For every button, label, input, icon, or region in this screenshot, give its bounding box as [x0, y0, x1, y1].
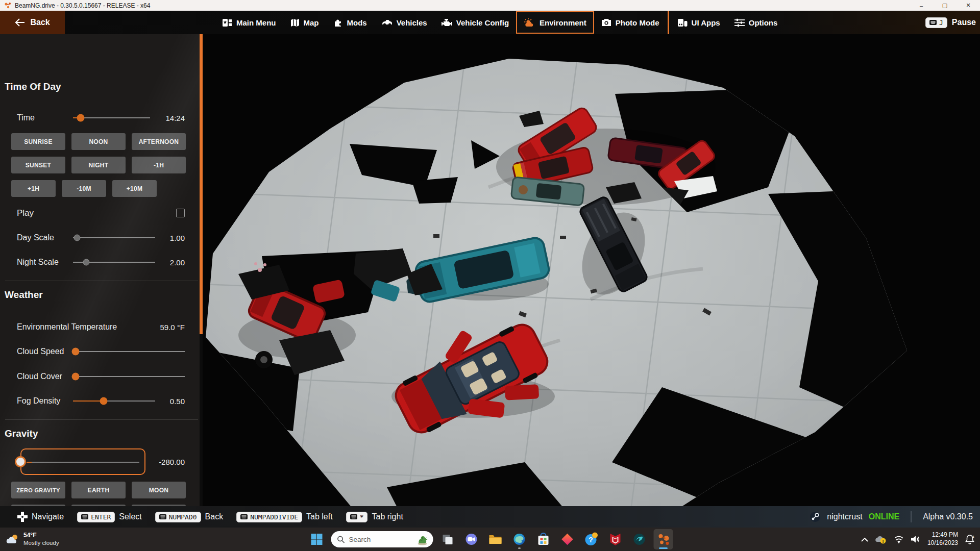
quiz-app-icon[interactable]: ? — [582, 529, 601, 549]
nav-item-vehicles[interactable]: Vehicles — [374, 11, 434, 34]
night-scale-value: 2.00 — [161, 258, 185, 267]
cloud-speed-row: Cloud Speed — [17, 345, 185, 358]
task-view-icon[interactable] — [438, 529, 457, 549]
taskbar-clock[interactable]: 12:49 PM 10/16/2023 — [927, 531, 958, 547]
diamond-app-icon[interactable] — [558, 529, 577, 549]
teal-app-icon[interactable] — [630, 529, 649, 549]
keyboard-icon — [159, 514, 166, 519]
minus-1h-button[interactable]: -1H — [132, 157, 186, 173]
back-hint: NUMPAD0 Back — [155, 512, 223, 522]
vehicles-car-icon — [381, 18, 393, 27]
nav-label: Options — [749, 18, 778, 27]
tray-chevron-icon[interactable] — [861, 537, 868, 542]
navigate-hint: Navigate — [17, 512, 64, 522]
maximize-button[interactable]: ▢ — [933, 0, 957, 11]
night-scale-slider[interactable] — [73, 262, 155, 263]
window-title-bar: BeamNG.drive - 0.30.5.0.15667 - RELEASE … — [0, 0, 980, 11]
zero-gravity-button[interactable]: ZERO GRAVITY — [11, 482, 65, 498]
gravity-slider-focused[interactable] — [20, 448, 145, 475]
night-button[interactable]: NIGHT — [71, 157, 126, 173]
hint-key: * — [360, 513, 364, 521]
weather-sun-cloud-icon — [6, 533, 19, 545]
onedrive-warning-icon[interactable]: ! — [875, 535, 887, 544]
day-scale-row: Day Scale 1.00 — [17, 231, 185, 244]
notification-bell-dnd-icon[interactable]: z — [965, 534, 975, 544]
nav-item-ui-apps[interactable]: UI Apps — [670, 11, 727, 34]
wifi-icon[interactable] — [894, 535, 904, 543]
svg-text:z: z — [972, 535, 974, 538]
nav-item-photo-mode[interactable]: Photo Mode — [594, 11, 667, 34]
svg-text:?: ? — [589, 536, 593, 544]
hint-key: NUMPAD0 — [169, 513, 197, 521]
nav-item-mods[interactable]: Mods — [326, 11, 374, 34]
gravity-heading: Gravity — [5, 428, 38, 439]
play-label: Play — [17, 208, 119, 218]
fog-density-slider[interactable] — [73, 400, 155, 402]
nav-label: UI Apps — [692, 18, 720, 27]
environment-settings-panel: Time Of Day Time 14:24 SUNRISE NOON AFTE… — [0, 34, 200, 506]
search-icon — [337, 536, 345, 543]
edge-browser-icon[interactable] — [510, 529, 529, 549]
microsoft-store-icon[interactable] — [534, 529, 553, 549]
controller-hint-bar: Navigate ENTER Select NUMPAD0 Back NUMPA… — [0, 506, 980, 528]
fog-density-label: Fog Density — [17, 396, 73, 406]
noon-button[interactable]: NOON — [71, 133, 126, 150]
night-scale-label: Night Scale — [17, 258, 73, 267]
gravity-slider-knob[interactable] — [15, 456, 26, 467]
day-scale-slider[interactable] — [73, 237, 155, 238]
player-name: nightcrust — [827, 512, 862, 521]
player-status-area: nightcrust ONLINE Alpha v0.30.5 — [810, 506, 973, 528]
minus-10m-button[interactable]: -10M — [62, 180, 106, 197]
file-explorer-icon[interactable] — [486, 529, 505, 549]
chat-app-icon[interactable] — [462, 529, 481, 549]
back-label: Back — [30, 18, 50, 27]
nav-item-environment-active[interactable]: Environment — [516, 11, 594, 34]
dpad-icon — [17, 512, 28, 522]
clock-date: 10/16/2023 — [927, 539, 958, 547]
nav-label: Vehicles — [397, 18, 427, 27]
minimize-button[interactable]: – — [910, 0, 933, 11]
mcafee-icon[interactable] — [606, 529, 625, 549]
select-hint: ENTER Select — [77, 512, 142, 522]
beamng-app-icon-active[interactable] — [654, 529, 673, 549]
map-icon — [290, 18, 300, 27]
cloud-speed-slider[interactable] — [73, 351, 185, 352]
taskbar-search-box[interactable]: Search — [331, 531, 433, 547]
plus-10m-button[interactable]: +10M — [112, 180, 157, 197]
start-button[interactable] — [307, 529, 327, 549]
afternoon-button[interactable]: AFTERNOON — [132, 133, 186, 150]
taskbar-weather-widget[interactable]: 54°F Mostly cloudy — [6, 528, 59, 551]
beamng-logo-icon — [4, 2, 12, 9]
time-slider[interactable] — [73, 117, 150, 118]
top-nav-bar: Back Main Menu Map Mods — [0, 11, 980, 34]
night-scale-row: Night Scale 2.00 — [17, 256, 185, 269]
options-sliders-icon — [734, 18, 745, 27]
pause-key-label: J — [939, 19, 943, 27]
earth-button[interactable]: EARTH — [71, 482, 126, 498]
plus-1h-button[interactable]: +1H — [11, 180, 56, 197]
nav-item-options[interactable]: Options — [727, 11, 785, 34]
fog-density-row: Fog Density 0.50 — [17, 394, 185, 408]
keyboard-icon — [81, 514, 88, 519]
nav-label: Vehicle Config — [456, 18, 509, 27]
volume-icon[interactable] — [911, 535, 921, 543]
sunset-button[interactable]: SUNSET — [11, 157, 65, 173]
weather-temp: 54°F — [23, 532, 59, 539]
pause-control[interactable]: J Pause — [925, 11, 976, 34]
cloud-speed-label: Cloud Speed — [17, 347, 73, 356]
back-button[interactable]: Back — [0, 11, 65, 34]
online-status-badge: ONLINE — [869, 512, 899, 521]
hint-label: Back — [205, 512, 224, 521]
time-of-day-heading: Time Of Day — [5, 81, 61, 92]
nav-label: Environment — [540, 18, 586, 27]
nav-item-main-menu[interactable]: Main Menu — [215, 11, 283, 34]
nav-item-vehicle-config[interactable]: Vehicle Config — [434, 11, 516, 34]
hint-label: Tab left — [306, 512, 333, 521]
nav-item-map[interactable]: Map — [283, 11, 326, 34]
play-checkbox[interactable] — [176, 209, 185, 217]
cloud-cover-slider[interactable] — [73, 376, 185, 377]
game-viewport[interactable]: . — [203, 34, 980, 506]
close-button[interactable]: ✕ — [957, 0, 980, 11]
moon-button[interactable]: MOON — [132, 482, 186, 498]
sunrise-button[interactable]: SUNRISE — [11, 133, 65, 150]
